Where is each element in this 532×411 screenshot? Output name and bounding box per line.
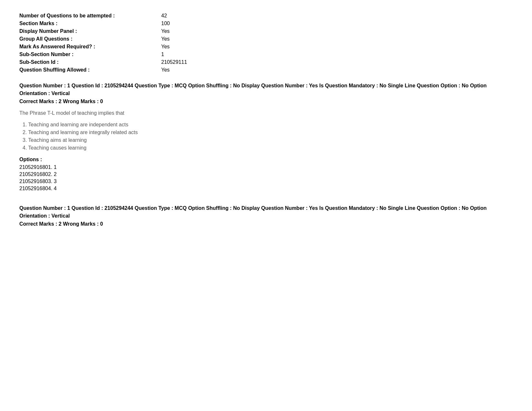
info-row: Sub-Section Number :1 xyxy=(19,52,513,57)
info-row: Number of Questions to be attempted :42 xyxy=(19,13,513,19)
question-section: Question Number : 1 Question Id : 210529… xyxy=(19,82,513,227)
choice-item: 2. Teaching and learning are integrally … xyxy=(23,130,513,135)
info-value: 100 xyxy=(161,21,170,26)
info-value: Yes xyxy=(161,36,170,42)
info-row: Question Shuffling Allowed :Yes xyxy=(19,67,513,73)
info-label: Mark As Answered Required? : xyxy=(19,44,155,50)
choice-item: 4. Teaching causes learning xyxy=(23,145,513,151)
question-block: Question Number : 1 Question Id : 210529… xyxy=(19,82,513,191)
info-table: Number of Questions to be attempted :42S… xyxy=(19,13,513,73)
choice-item: 1. Teaching and learning are independent… xyxy=(23,122,513,128)
option-id-item: 21052916803. 3 xyxy=(19,179,513,184)
info-value: Yes xyxy=(161,67,170,73)
choices-list: 1. Teaching and learning are independent… xyxy=(19,122,513,151)
info-label: Display Number Panel : xyxy=(19,28,155,34)
option-id-item: 21052916802. 2 xyxy=(19,171,513,177)
info-label: Group All Questions : xyxy=(19,36,155,42)
info-value: Yes xyxy=(161,44,170,50)
info-row: Display Number Panel :Yes xyxy=(19,28,513,34)
choice-item: 3. Teaching aims at learning xyxy=(23,137,513,143)
options-label: Options : xyxy=(19,157,513,162)
option-id-list: 21052916801. 121052916802. 221052916803.… xyxy=(19,164,513,191)
info-value: Yes xyxy=(161,28,170,34)
option-id-item: 21052916801. 1 xyxy=(19,164,513,170)
info-label: Question Shuffling Allowed : xyxy=(19,67,155,73)
info-row: Group All Questions :Yes xyxy=(19,36,513,42)
marks-line: Correct Marks : 2 Wrong Marks : 0 xyxy=(19,99,513,104)
info-row: Section Marks :100 xyxy=(19,21,513,26)
info-value: 210529111 xyxy=(161,59,187,65)
question-text: The Phrase T-L model of teaching implies… xyxy=(19,110,513,116)
info-value: 42 xyxy=(161,13,167,19)
question-header: Question Number : 1 Question Id : 210529… xyxy=(19,82,513,97)
info-label: Number of Questions to be attempted : xyxy=(19,13,155,19)
info-label: Section Marks : xyxy=(19,21,155,26)
info-label: Sub-Section Number : xyxy=(19,52,155,57)
info-value: 1 xyxy=(161,52,164,57)
marks-line: Correct Marks : 2 Wrong Marks : 0 xyxy=(19,221,513,227)
info-row: Mark As Answered Required? :Yes xyxy=(19,44,513,50)
option-id-item: 21052916804. 4 xyxy=(19,186,513,191)
question-block: Question Number : 1 Question Id : 210529… xyxy=(19,204,513,227)
info-label: Sub-Section Id : xyxy=(19,59,155,65)
question-header: Question Number : 1 Question Id : 210529… xyxy=(19,204,513,220)
info-row: Sub-Section Id :210529111 xyxy=(19,59,513,65)
